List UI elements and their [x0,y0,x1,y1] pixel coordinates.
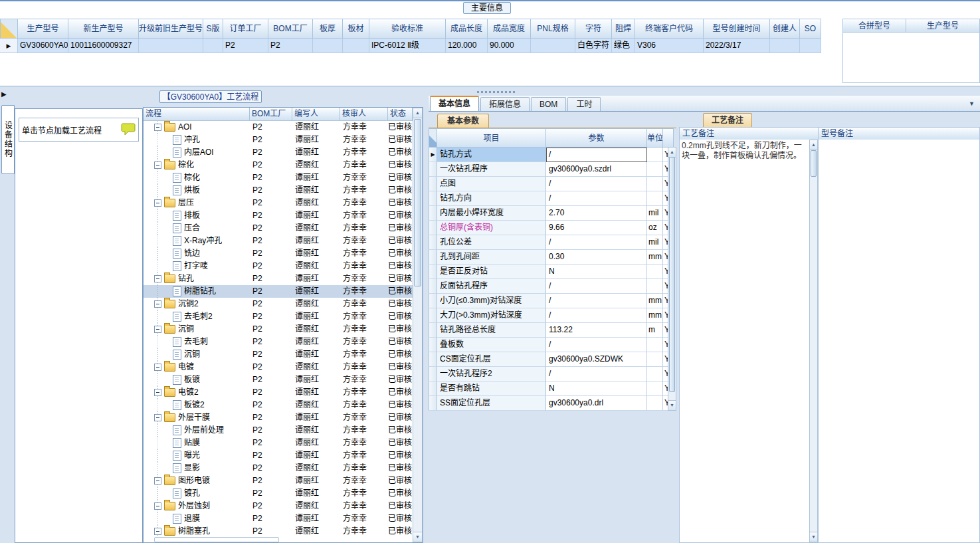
param-row[interactable]: 小刀(≤0.3mm)对钻深度/mmY [429,294,676,308]
column-header[interactable]: 核审人 [340,108,388,121]
main-grid-cell[interactable]: P2 [223,39,268,53]
param-value-cell[interactable]: N [546,381,647,396]
main-grid-cell[interactable]: IPC-6012 Ⅱ级 [369,39,446,53]
column-header[interactable]: 新生产型号 [68,19,139,39]
main-grid-cell[interactable] [139,39,203,53]
collapse-icon[interactable] [154,275,161,282]
param-row[interactable]: 总铜厚(含表铜)9.66ozY [429,221,676,235]
collapse-icon[interactable] [154,300,161,308]
process-cell[interactable]: 树脂塞孔 [144,525,250,538]
tree-row[interactable]: 沉铜P2谭丽红方幸幸已审核 [144,348,413,361]
select-all-cell[interactable] [429,128,437,148]
column-header[interactable]: 型号创建时间 [704,19,770,39]
column-header[interactable]: 单位 [647,128,663,148]
param-value-cell[interactable]: / [546,148,647,162]
tree-row[interactable]: X-Ray冲孔P2谭丽红方幸幸已审核 [144,235,413,247]
tree-row[interactable]: 曝光P2谭丽红方幸幸已审核 [144,449,413,462]
param-row[interactable]: 是否有跳钻NY [429,381,676,396]
tree-row[interactable]: 排板P2谭丽红方幸幸已审核 [144,209,413,222]
tree-row[interactable]: 打字唛P2谭丽红方幸幸已审核 [144,260,413,272]
param-row[interactable]: 钻孔方向/Y [429,191,676,206]
param-value-cell[interactable]: / [546,177,647,191]
param-value-cell[interactable]: gv30600ya0.szdrl [546,162,647,177]
tab-basic-params[interactable]: 基本参数 [437,114,489,128]
collapse-icon[interactable] [154,477,161,485]
tree-row[interactable]: AOIP2谭丽红方幸幸已审核 [144,121,413,134]
column-header[interactable]: BOM工厂 [250,108,292,121]
param-row[interactable]: 一次钻孔程序gv30600ya0.szdrlY [429,162,676,177]
process-cell[interactable]: 电镀2 [144,386,250,399]
tree-row[interactable]: 压合P2谭丽红方幸幸已审核 [144,222,413,235]
scroll-up-icon[interactable]: ▲ [413,108,422,118]
tree-row[interactable]: 沉铜2P2谭丽红方幸幸已审核 [144,298,413,310]
scroll-up-icon[interactable]: ▲ [668,148,676,158]
collapse-icon[interactable] [154,199,161,207]
tree-row[interactable]: 棕化P2谭丽红方幸幸已审核 [144,171,413,184]
process-cell[interactable]: 铣边 [144,247,250,260]
tree-row[interactable]: 沉铜P2谭丽红方幸幸已审核 [144,323,413,336]
process-note-header[interactable]: 工艺备注 [679,127,819,140]
process-cell[interactable]: 曝光 [144,449,250,462]
process-cell[interactable]: X-Ray冲孔 [144,235,250,247]
column-header[interactable]: 生产型号 [18,19,68,39]
param-row[interactable]: SS面定位孔层gv30600ya0.drlY [429,396,676,411]
splitter-handle[interactable] [477,91,516,93]
param-row[interactable]: 反面钻孔程序/Y [429,279,676,294]
tree-row[interactable]: 电镀2P2谭丽红方幸幸已审核 [144,386,413,399]
param-row[interactable]: 是否正反对钻NY [429,265,676,279]
param-value-cell[interactable]: 9.66 [546,221,647,235]
main-grid-cell[interactable]: 10011600009327 [68,39,139,53]
tree-row[interactable]: 退膜P2谭丽红方幸幸已审核 [144,512,413,525]
process-cell[interactable]: 沉铜2 [144,298,250,310]
tree-row[interactable]: 显影P2谭丽红方幸幸已审核 [144,462,413,475]
process-cell[interactable]: 外层干膜 [144,411,250,424]
param-value-cell[interactable]: / [546,294,647,308]
column-header[interactable]: 状态 [388,108,413,121]
tree-row[interactable]: 树脂塞孔P2谭丽红方幸幸已审核 [144,525,413,538]
param-value-cell[interactable]: 2.70 [546,206,647,221]
tab-process-notes[interactable]: 工艺备注 [703,113,752,127]
tree-row[interactable]: 图形电镀P2谭丽红方幸幸已审核 [144,475,413,487]
process-cell[interactable]: 棕化 [144,171,250,184]
scroll-down-icon[interactable]: ▼ [413,532,422,542]
main-grid-cell[interactable] [770,39,800,53]
tree-scrollbar[interactable]: ▲ ▼ [413,108,423,542]
process-cell[interactable]: 排板 [144,209,250,222]
column-header[interactable]: 验收标准 [369,19,446,39]
main-grid-cell[interactable] [313,39,343,53]
process-cell[interactable]: 层压 [144,197,250,209]
main-grid-cell[interactable]: 白色字符 [575,39,612,53]
column-header[interactable]: BOM工厂 [268,19,313,39]
detail-tab[interactable]: 工时 [567,97,601,111]
column-header[interactable]: 成品宽度 [488,19,531,39]
tree-row[interactable]: 冲孔P2谭丽红方幸幸已审核 [144,134,413,146]
column-header[interactable]: 成品长度 [446,19,488,39]
scroll-down-icon[interactable]: ▼ [668,400,676,410]
main-grid-cell[interactable]: 120.000 [446,39,488,53]
main-grid-cell[interactable]: V306 [635,39,704,53]
collapse-icon[interactable] [154,124,161,131]
process-cell[interactable]: 压合 [144,222,250,235]
scroll-up-icon[interactable]: ▲ [810,140,817,150]
main-grid-cell[interactable] [343,39,369,53]
note-scrollbar[interactable]: ▲ ▼ [809,140,818,542]
column-header[interactable]: 升级前旧生产型号 [139,19,203,39]
collapse-icon[interactable] [154,414,161,421]
param-value-cell[interactable]: N [546,265,647,279]
process-cell[interactable]: 烘板 [144,184,250,197]
process-cell[interactable]: 冲孔 [144,134,250,146]
process-cell[interactable]: 板镀 [144,374,250,386]
process-cell[interactable]: 镀孔 [144,487,250,500]
process-cell[interactable]: 显影 [144,462,250,475]
process-cell[interactable]: 板镀2 [144,399,250,411]
collapse-icon[interactable] [154,528,161,535]
dock-arrow-icon[interactable]: ▶ [1,90,7,98]
process-cell[interactable]: AOI [144,121,250,134]
scroll-down-icon[interactable]: ▼ [810,532,817,542]
detail-tab[interactable]: 拓展信息 [480,97,530,111]
column-header[interactable]: 订单工厂 [223,19,268,39]
param-value-cell[interactable]: 0.30 [546,250,647,265]
process-cell[interactable]: 贴膜 [144,437,250,449]
tree-row[interactable]: 层压P2谭丽红方幸幸已审核 [144,197,413,209]
params-scrollbar[interactable]: ▲ ▼ [668,147,676,411]
